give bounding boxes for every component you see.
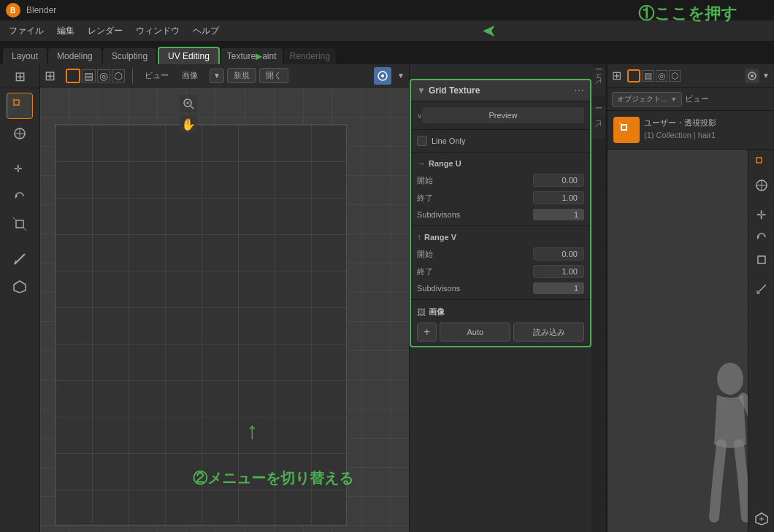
r3d-move-tool[interactable]: ✛	[751, 204, 772, 225]
r3d-rotate-tool[interactable]	[751, 227, 772, 247]
tab-layout[interactable]: Layout	[3, 48, 47, 64]
view-info: ユーザー・透視投影 (1) Collection | hair1	[644, 117, 716, 141]
bottom-annotation: ②メニューを切り替える	[193, 469, 353, 488]
image-icon: 🖼	[417, 307, 426, 317]
r3d-measure-tool[interactable]	[751, 279, 772, 299]
right-info: ユーザー・透視投影 (1) Collection | hair1	[608, 111, 774, 150]
svg-point-21	[751, 74, 754, 77]
range-v-end-row: 終了 1.00	[417, 263, 584, 280]
image-menu-btn[interactable]: 画像	[177, 69, 202, 82]
r3d-cursor-tool[interactable]	[751, 153, 772, 173]
open-image-btn[interactable]: 開く	[259, 68, 288, 83]
blender-logo: B	[6, 3, 20, 18]
uv-grid-inner	[55, 124, 347, 525]
uv-select-box-btn[interactable]: ▤	[82, 69, 96, 82]
tab-uv-editing[interactable]: UV Editing	[158, 47, 220, 64]
tool-annotate[interactable]	[7, 246, 33, 272]
vtab-item-3[interactable]: ビ	[592, 119, 605, 139]
right-overlay-dropdown[interactable]: ▼	[762, 72, 770, 80]
mode-icon[interactable]: ⊞	[15, 69, 26, 85]
menu-file[interactable]: ファイル	[3, 23, 50, 39]
panel-collapse-icon[interactable]: ▼	[417, 85, 426, 96]
tool-crosshair[interactable]	[7, 120, 33, 147]
preview-header[interactable]: ∨ Preview	[417, 104, 584, 126]
r3d-crosshair-tool[interactable]	[751, 175, 772, 196]
uv-cursor-btn[interactable]	[66, 69, 80, 83]
preview-btn[interactable]: Preview	[422, 107, 584, 123]
view-mode-label: オブジェクト...	[617, 95, 667, 103]
image-add-btn[interactable]: +	[417, 323, 437, 342]
range-u-subdiv-label: Subdivisons	[417, 210, 533, 219]
vtab-item[interactable]: ビュー	[592, 67, 605, 96]
tool-move[interactable]: ✛	[7, 155, 33, 182]
svg-line-17	[191, 106, 194, 109]
tab-rendering[interactable]: Rendering	[284, 48, 336, 64]
pan-btn[interactable]: ✋	[180, 115, 197, 133]
range-v-end-value[interactable]: 1.00	[533, 265, 584, 278]
top-annotation: ①ここを押す	[638, 3, 737, 25]
new-image-btn[interactable]: 新規	[227, 68, 256, 83]
tool-scale[interactable]	[7, 211, 33, 237]
preview-arrow: ∨	[417, 112, 422, 120]
range-u-start-value[interactable]: 0.00	[533, 174, 584, 187]
object-icon	[613, 117, 640, 143]
left-sidebar: ⊞ ✛	[0, 64, 40, 532]
image-auto-btn[interactable]: Auto	[440, 323, 510, 342]
right-3d-viewport[interactable]: ✛	[608, 150, 774, 532]
overlay-dropdown[interactable]: ▼	[397, 72, 405, 80]
r3d-scale-tool[interactable]	[751, 250, 772, 270]
svg-text:B: B	[10, 7, 15, 15]
line-only-label: Line Only	[432, 136, 465, 145]
right-select-box[interactable]: ▤	[642, 70, 654, 82]
right-mode-icon[interactable]: ⊞	[612, 69, 621, 82]
menu-window[interactable]: ウィンドウ	[130, 23, 185, 39]
menu-render[interactable]: レンダー	[82, 23, 129, 39]
range-u-subdiv-value[interactable]: 1	[533, 209, 584, 220]
range-v-start-value[interactable]: 0.00	[533, 247, 584, 261]
range-u-section: → Range U 開始 0.00 終了 1.00 Subdivisons 1	[411, 153, 590, 226]
range-u-end-value[interactable]: 1.00	[533, 191, 584, 204]
range-u-end-row: 終了 1.00	[417, 189, 584, 207]
tool-cursor[interactable]	[7, 93, 33, 119]
uv-select-icon[interactable]: ⊞	[45, 68, 55, 84]
image-header: 🖼 画像	[417, 304, 584, 320]
right-cursor-btn[interactable]	[627, 69, 640, 82]
zoom-btn[interactable]	[180, 95, 197, 112]
menu-help[interactable]: ヘルプ	[187, 23, 225, 39]
right-overlay-btn[interactable]	[745, 69, 759, 83]
uv-select-circle-btn[interactable]: ◎	[97, 69, 110, 82]
tab-modeling[interactable]: Modeling	[48, 48, 101, 64]
panel-menu-btn[interactable]: ⋯	[574, 85, 584, 96]
range-v-start-row: 開始 0.00	[417, 245, 584, 263]
tool-rotate[interactable]	[7, 183, 33, 209]
right-panel: ⊞ ▤ ◎ ⬡ ▼ オブジェクト... ▼	[606, 64, 774, 532]
range-u-start-label: 開始	[417, 175, 533, 186]
range-v-header[interactable]: ↑ Range V	[417, 229, 584, 245]
right-select-lasso[interactable]: ⬡	[669, 70, 681, 82]
tab-sculpting[interactable]: Sculpting	[103, 48, 156, 64]
zoom-tools: ✋	[180, 95, 197, 133]
view-mode-dropdown[interactable]: オブジェクト... ▼	[612, 92, 682, 107]
image-dropdown-btn[interactable]: ▼	[210, 69, 224, 83]
right-select-circle[interactable]: ◎	[656, 70, 667, 82]
panel-header: ▼ Grid Texture ⋯	[411, 80, 590, 101]
view-label[interactable]: ビュー	[685, 93, 709, 104]
menu-edit[interactable]: 編集	[51, 23, 80, 39]
uv-select-lasso-btn[interactable]: ⬡	[112, 69, 125, 82]
tab-texture-paint[interactable]: Texture▶aint	[221, 48, 283, 64]
image-load-btn[interactable]: 読み込み	[513, 323, 584, 342]
tool-box[interactable]	[7, 274, 33, 300]
line-only-checkbox[interactable]	[417, 136, 427, 146]
r3d-add-tool[interactable]	[751, 509, 772, 529]
range-u-header[interactable]: → Range U	[417, 155, 584, 171]
range-u-start-row: 開始 0.00	[417, 171, 584, 189]
svg-line-3	[12, 99, 14, 100]
range-v-subdiv-value[interactable]: 1	[533, 282, 584, 294]
overlay-btn[interactable]	[374, 67, 391, 85]
line-only-section: Line Only	[411, 130, 590, 153]
right-toolbar: ⊞ ▤ ◎ ⬡ ▼	[608, 64, 774, 88]
view-menu-btn[interactable]: ビュー	[140, 69, 173, 82]
uv-canvas[interactable]: ✋ ②メニューを切り替える ↑	[40, 88, 409, 532]
range-v-start-label: 開始	[417, 249, 533, 260]
vtab-item-2[interactable]: ー	[592, 106, 605, 117]
